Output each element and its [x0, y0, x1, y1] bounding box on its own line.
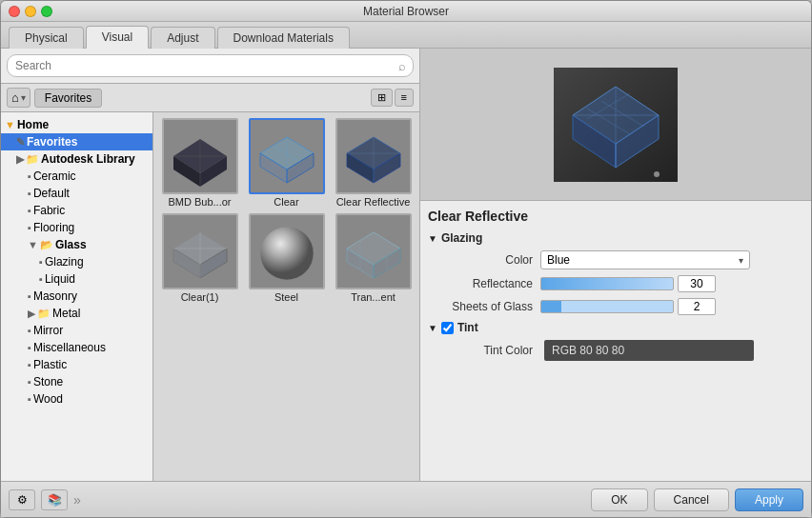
- thumbnail-image-clear: [249, 118, 325, 194]
- minimize-button[interactable]: [25, 6, 36, 17]
- tree-item-label: Default: [33, 187, 70, 200]
- tree-item-autodesk-library[interactable]: ▶ 📁 Autodesk Library: [1, 150, 152, 168]
- tree-item-liquid[interactable]: ▪ Liquid: [1, 270, 152, 288]
- reflectance-value[interactable]: 30: [678, 275, 716, 292]
- tree-item-wood[interactable]: ▪ Wood: [1, 390, 152, 408]
- tree-item-label: Autodesk Library: [41, 152, 135, 166]
- sheets-value[interactable]: 2: [678, 298, 716, 315]
- apply-button[interactable]: Apply: [735, 488, 803, 511]
- bottom-left-controls: ⚙ 📚 »: [9, 489, 81, 510]
- home-icon: ⌂: [11, 90, 19, 105]
- category-icon: ▪: [28, 359, 31, 370]
- tree-item-miscellaneous[interactable]: ▪ Miscellaneous: [1, 339, 152, 356]
- category-icon: ▪: [28, 205, 31, 216]
- pencil-icon: ✎: [16, 136, 25, 149]
- left-panel: ⌕ ⌂ ▾ Favorites ⊞ ≡: [1, 49, 420, 481]
- settings-icon-button[interactable]: ⚙: [9, 489, 35, 510]
- reflectance-slider[interactable]: [540, 277, 674, 290]
- tint-color-swatch[interactable]: RGB 80 80 80: [544, 340, 754, 361]
- thumbnails-grid: BMD Bub...or: [159, 118, 414, 303]
- right-panel: Clear Reflective ▼ Glazing Color Blue ▾: [420, 49, 811, 481]
- grid-view-button[interactable]: ⊞: [371, 89, 393, 107]
- list-view-button[interactable]: ≡: [395, 89, 414, 107]
- category-icon: ▪: [28, 393, 31, 405]
- thumbnail-image-clear1: [162, 213, 238, 289]
- preview-box: [554, 68, 678, 182]
- tab-adjust[interactable]: Adjust: [151, 27, 214, 49]
- svg-point-20: [260, 227, 314, 280]
- tab-physical[interactable]: Physical: [9, 27, 84, 49]
- search-icon: ⌕: [398, 59, 406, 73]
- tab-download-materials[interactable]: Download Materials: [217, 27, 350, 49]
- folder-icon: 📁: [37, 308, 51, 320]
- chevron-down-icon: ▾: [21, 92, 26, 103]
- tree-item-plastic[interactable]: ▪ Plastic: [1, 356, 152, 373]
- tree-item-label: Home: [17, 118, 49, 131]
- thumbnail-clear[interactable]: Clear: [246, 118, 327, 208]
- tree-item-home[interactable]: ▼ Home: [1, 116, 152, 133]
- tree-item-label: Favorites: [27, 135, 77, 149]
- tree-item-masonry[interactable]: ▪ Masonry: [1, 288, 152, 305]
- color-dropdown[interactable]: Blue ▾: [540, 250, 750, 269]
- tree-item-label: Mirror: [33, 324, 63, 337]
- tint-color-row: Tint Color RGB 80 80 80: [428, 340, 803, 361]
- sub-icon: ▪: [39, 273, 43, 285]
- home-button[interactable]: ⌂ ▾: [7, 88, 30, 108]
- thumbnail-image-clear-reflective: [335, 118, 412, 194]
- tree-item-flooring[interactable]: ▪ Flooring: [1, 219, 152, 236]
- color-label: Color: [436, 253, 540, 267]
- folder-open-icon: 📂: [40, 239, 53, 251]
- tree-item-glazing[interactable]: ▪ Glazing: [1, 253, 152, 270]
- maximize-button[interactable]: [41, 6, 52, 17]
- chevron-right-icon: »: [73, 492, 81, 508]
- tree-item-mirror[interactable]: ▪ Mirror: [1, 322, 152, 339]
- tint-section-header: ▼ Tint: [428, 321, 803, 334]
- tint-color-value: RGB 80 80 80: [552, 344, 624, 357]
- thumbnail-transparent[interactable]: Tran...ent: [333, 213, 414, 303]
- tab-visual[interactable]: Visual: [86, 26, 149, 49]
- tree-item-metal[interactable]: ▶ 📁 Metal: [1, 305, 152, 322]
- glazing-section-header[interactable]: ▼ Glazing: [428, 231, 803, 245]
- folder-open-icon: ▼: [5, 119, 15, 130]
- color-control: Blue ▾: [540, 250, 750, 269]
- category-icon: ▪: [28, 222, 31, 233]
- glazing-label: Glazing: [441, 231, 482, 245]
- category-icon: ▪: [28, 325, 31, 336]
- left-split: ▼ Home ✎ Favorites ▶ 📁 Autodesk Library: [1, 112, 419, 481]
- favorites-button[interactable]: Favorites: [34, 89, 102, 108]
- cancel-button[interactable]: Cancel: [654, 488, 729, 511]
- category-icon: ▪: [28, 188, 31, 199]
- search-input[interactable]: [7, 54, 414, 77]
- tree-item-default[interactable]: ▪ Default: [1, 185, 152, 202]
- thumbnail-clear-reflective[interactable]: Clear Reflective: [333, 118, 414, 208]
- tree-item-label: Liquid: [45, 272, 75, 286]
- tree-item-fabric[interactable]: ▪ Fabric: [1, 202, 152, 219]
- library-icon-button[interactable]: 📚: [41, 489, 68, 510]
- triangle-down-icon: ▼: [428, 233, 437, 244]
- thumbnail-bmd[interactable]: BMD Bub...or: [159, 118, 240, 208]
- main-content: ⌕ ⌂ ▾ Favorites ⊞ ≡: [1, 49, 811, 481]
- search-bar: ⌕: [1, 49, 419, 84]
- reflectance-label: Reflectance: [436, 277, 540, 290]
- tree-item-label: Masonry: [33, 289, 77, 303]
- tree-item-ceramic[interactable]: ▪ Ceramic: [1, 168, 152, 185]
- thumbnail-clear1[interactable]: Clear(1): [159, 213, 240, 303]
- tree-item-glass[interactable]: ▼ 📂 Glass: [1, 236, 152, 253]
- sub-icon: ▪: [39, 256, 43, 268]
- tree-item-stone[interactable]: ▪ Stone: [1, 373, 152, 390]
- tint-checkbox[interactable]: [441, 322, 454, 334]
- svg-point-35: [654, 171, 660, 177]
- sheets-slider[interactable]: [540, 300, 674, 313]
- thumbnail-label-bmd: BMD Bub...or: [168, 196, 231, 208]
- tint-label: Tint: [457, 321, 478, 334]
- thumbnail-image-steel: [249, 213, 325, 289]
- tree-item-label: Stone: [33, 375, 63, 388]
- tint-color-label: Tint Color: [436, 344, 540, 357]
- tree-item-favorites[interactable]: ✎ Favorites: [1, 133, 152, 150]
- traffic-lights: [9, 6, 52, 17]
- close-button[interactable]: [9, 6, 20, 17]
- triangle-right-icon: ▶: [16, 153, 24, 166]
- title-bar: Material Browser: [1, 1, 811, 22]
- thumbnail-steel[interactable]: Steel: [246, 213, 327, 303]
- ok-button[interactable]: OK: [591, 488, 647, 511]
